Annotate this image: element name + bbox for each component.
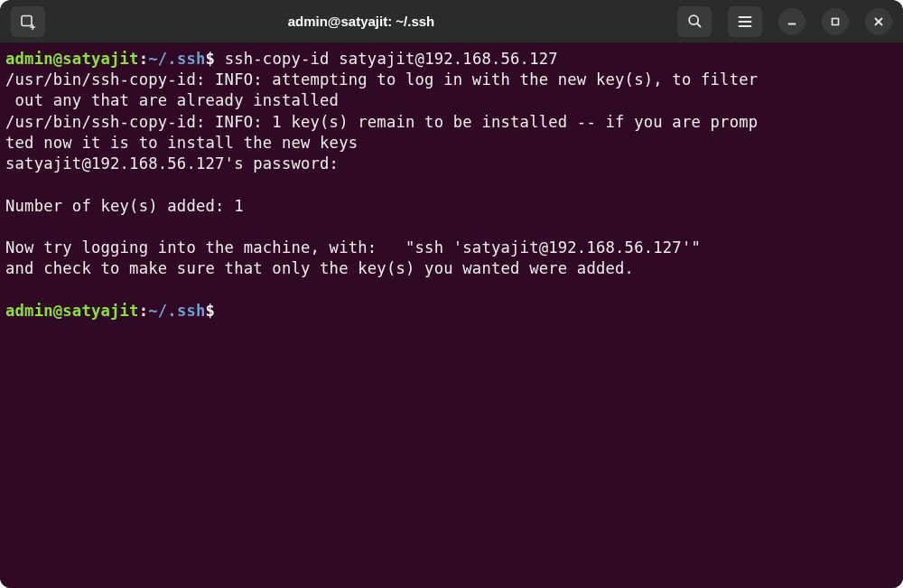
output-blank: [5, 280, 15, 298]
svg-line-4: [697, 23, 701, 27]
minimize-button[interactable]: [778, 8, 805, 35]
titlebar-left: [7, 6, 49, 37]
output-line: Now try logging into the machine, with: …: [5, 238, 701, 257]
search-icon: [687, 14, 703, 29]
output-line: and check to make sure that only the key…: [5, 259, 634, 277]
svg-rect-9: [833, 18, 839, 24]
prompt-dollar: $: [206, 302, 216, 320]
maximize-icon: [830, 16, 841, 27]
command-text: ssh-copy-id satyajit@192.168.56.127: [215, 50, 558, 68]
prompt-dollar: $: [206, 50, 216, 68]
titlebar: admin@satyajit: ~/.ssh: [0, 0, 903, 43]
hamburger-menu-button[interactable]: [728, 6, 762, 37]
prompt-colon: :: [139, 50, 149, 68]
terminal-window: admin@satyajit: ~/.ssh: [0, 0, 903, 588]
output-line: /usr/bin/ssh-copy-id: INFO: attempting t…: [5, 70, 758, 89]
prompt-user-host: admin@satyajit: [5, 302, 139, 320]
prompt-path: ~/.ssh: [148, 50, 205, 68]
window-title: admin@satyajit: ~/.ssh: [49, 14, 674, 29]
hamburger-icon: [738, 15, 752, 28]
output-line: ted now it is to install the new keys: [5, 134, 358, 152]
output-blank: [5, 218, 15, 236]
prompt-user-host: admin@satyajit: [5, 50, 139, 68]
output-line: /usr/bin/ssh-copy-id: INFO: 1 key(s) rem…: [5, 113, 758, 131]
output-line: Number of key(s) added: 1: [5, 197, 244, 215]
search-button[interactable]: [677, 6, 712, 37]
minimize-icon: [787, 16, 797, 27]
titlebar-right: [674, 6, 896, 37]
prompt-colon: :: [139, 302, 149, 320]
output-blank: [5, 175, 15, 193]
new-tab-button[interactable]: [11, 6, 45, 37]
svg-rect-0: [22, 15, 32, 25]
output-line: satyajit@192.168.56.127's password:: [5, 154, 339, 173]
output-line: out any that are already installed: [5, 91, 339, 109]
maximize-button[interactable]: [822, 8, 849, 35]
prompt-path: ~/.ssh: [148, 302, 205, 320]
close-button[interactable]: [865, 8, 892, 35]
terminal-body[interactable]: admin@satyajit:~/.ssh$ ssh-copy-id satya…: [0, 43, 903, 588]
new-tab-icon: [20, 14, 36, 30]
close-icon: [873, 16, 884, 27]
